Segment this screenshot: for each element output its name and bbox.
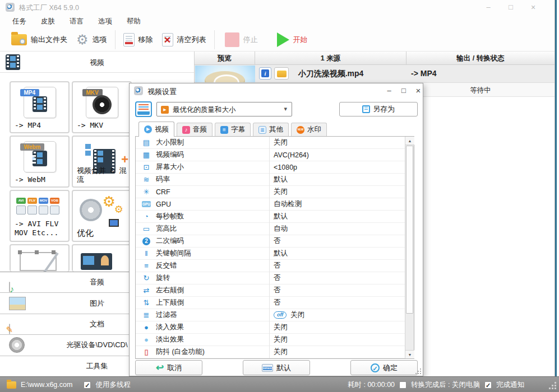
notify-checkbox[interactable]: ✓ bbox=[484, 381, 492, 389]
stop-button[interactable]: 停止 bbox=[220, 30, 262, 49]
header-preview[interactable]: 预览 bbox=[195, 52, 255, 65]
tab-label: 视频 bbox=[155, 125, 169, 134]
setting-row-stabilize[interactable]: ▯ 防抖 (白金功能) 关闭 bbox=[136, 346, 414, 358]
tile-tools-partial[interactable] bbox=[72, 244, 132, 272]
film-play-icon bbox=[33, 151, 47, 166]
setting-row-crf[interactable]: ✳ CRF 关闭 bbox=[136, 186, 414, 198]
task-list-header: 预览 1 来源 输出 / 转换状态 bbox=[195, 52, 555, 65]
header-source[interactable]: 1 来源 bbox=[255, 52, 406, 65]
maximize-button[interactable]: □ bbox=[503, 2, 518, 13]
minimize-button[interactable]: – bbox=[481, 2, 496, 13]
task-row[interactable]: i 小刀洗澡视频.mp4 -> MP4 bbox=[195, 65, 555, 83]
close-button[interactable]: × bbox=[526, 2, 540, 13]
output-folder-label: 输出文件夹 bbox=[31, 35, 67, 45]
dialog-minimize-button[interactable]: – bbox=[383, 86, 395, 96]
rotate-icon: ↻ bbox=[140, 274, 153, 282]
scroll-down-button[interactable]: ▼ bbox=[405, 350, 414, 358]
scrollbar-thumb[interactable] bbox=[406, 146, 413, 314]
scroll-up-button[interactable]: ▲ bbox=[405, 137, 414, 145]
setting-row-fps[interactable]: ◔ 每秒帧数 默认 bbox=[136, 211, 414, 223]
subtitle-tab-icon: ≡ bbox=[220, 126, 228, 134]
ok-button[interactable]: ✓ 确定 bbox=[350, 360, 418, 375]
optimize-icon: ⚙ ⚙ bbox=[78, 195, 123, 225]
tile-avi-flv-mov[interactable]: AVIFLVMOVVOB -> AVI FLV MOV Etc... bbox=[10, 190, 70, 242]
setting-row-bitrate[interactable]: ≋ 码率 默认 bbox=[136, 174, 414, 186]
notify-label: 完成通知 bbox=[496, 380, 524, 390]
settings-scrollbar[interactable]: ▲ ▼ bbox=[405, 137, 414, 358]
check-circle-icon: ✓ bbox=[371, 363, 380, 372]
window-title: 格式工厂 X64 5.9.0 bbox=[19, 3, 79, 13]
deinterlace-icon: ≡ bbox=[140, 262, 153, 270]
setting-row-two-pass[interactable]: 2 二次编码 否 bbox=[136, 235, 414, 248]
setting-row-flip-vertical[interactable]: ⇅ 上下颠倒 否 bbox=[136, 297, 414, 309]
output-path[interactable]: E:\www.x6g.com bbox=[21, 381, 72, 389]
output-folder-button[interactable]: 输出文件夹 bbox=[7, 32, 72, 48]
save-as-button[interactable]: 另存为 bbox=[339, 102, 418, 116]
setting-row-rotate[interactable]: ↻ 旋转 否 bbox=[136, 272, 414, 284]
remove-label: 移除 bbox=[138, 35, 153, 45]
clear-list-button[interactable]: 清空列表 bbox=[158, 31, 211, 49]
options-button[interactable]: ⚙ 选项 bbox=[72, 31, 112, 49]
setting-row-size-limit[interactable]: ▤ 大小限制 关闭 bbox=[136, 137, 414, 149]
flip-vertical-icon: ⇅ bbox=[140, 298, 153, 307]
task-status: 等待中 bbox=[406, 86, 555, 95]
bitrate-waves-icon: ≋ bbox=[140, 175, 153, 184]
tile-mp4[interactable]: MP4 -> MP4 bbox=[10, 81, 70, 133]
task-target-format: -> MP4 bbox=[411, 69, 437, 78]
setting-row-fade-in[interactable]: ● 淡入效果 关闭 bbox=[136, 321, 414, 334]
toolbar-separator bbox=[214, 30, 215, 49]
header-output-status[interactable]: 输出 / 转换状态 bbox=[406, 52, 555, 65]
tile-label: -> MKV bbox=[77, 121, 130, 130]
dialog-maximize-button[interactable]: □ bbox=[398, 86, 410, 96]
sidebar-header-video[interactable]: 视频 bbox=[0, 52, 194, 73]
video-settings-dialog: 视频设置 – □ × ▶ 最优化的质量和大小 ▾ 另存为 ▶ 视频 ♪ 音频 ≡… bbox=[129, 83, 423, 376]
webm-file-icon: Webm bbox=[24, 141, 56, 172]
setting-row-deinterlace[interactable]: ≡ 反交错 否 bbox=[136, 260, 414, 272]
gpu-icon: GPU bbox=[142, 201, 151, 207]
screen-size-icon: ⊡ bbox=[140, 163, 153, 171]
multithread-label: 使用多线程 bbox=[95, 380, 131, 390]
setting-row-flip-horizontal[interactable]: ⇄ 左右颠倒 否 bbox=[136, 284, 414, 297]
tile-webm[interactable]: Webm -> WebM bbox=[10, 136, 70, 188]
tab-watermark[interactable]: NEW 水印 bbox=[291, 123, 327, 136]
other-tab-icon: ≣ bbox=[258, 126, 266, 134]
setting-row-gpu[interactable]: GPU GPU 自动检测 bbox=[136, 198, 414, 211]
menu-options[interactable]: 选项 bbox=[95, 16, 116, 27]
tab-video[interactable]: ▶ 视频 bbox=[138, 122, 174, 137]
plus-icon: + bbox=[121, 152, 128, 167]
multithread-checkbox[interactable]: ✓ bbox=[84, 381, 91, 389]
shutdown-checkbox[interactable] bbox=[399, 381, 406, 389]
preset-selected-value: 最优化的质量和大小 bbox=[173, 105, 236, 115]
dialog-resize-grip[interactable] bbox=[415, 368, 421, 374]
tile-video-merge[interactable]: + 视频合并 & 混流 bbox=[72, 136, 132, 188]
tab-subtitle[interactable]: ≡ 字幕 bbox=[215, 123, 251, 136]
tab-label: 其他 bbox=[269, 125, 283, 134]
window-resize-grip[interactable] bbox=[548, 381, 556, 389]
setting-row-video-encoder[interactable]: ▦ 视频编码 AVC(H264) bbox=[136, 149, 414, 161]
setting-row-keyframe-interval[interactable]: ‖ 关键帧间隔 默认 bbox=[136, 248, 414, 260]
setting-row-filter[interactable]: ≣ 过滤器 off 关闭 bbox=[136, 309, 414, 321]
tab-other[interactable]: ≣ 其他 bbox=[253, 123, 289, 136]
setting-row-aspect-ratio[interactable]: ▭ 宽高比 自动 bbox=[136, 223, 414, 235]
cancel-button[interactable]: ↩ 取消 bbox=[135, 360, 202, 375]
start-button[interactable]: 开始 bbox=[272, 30, 312, 49]
tab-audio[interactable]: ♪ 音频 bbox=[177, 123, 212, 136]
tile-optimize[interactable]: ⚙ ⚙ 优化 bbox=[72, 190, 132, 242]
tile-crop-partial[interactable] bbox=[10, 244, 70, 272]
menu-help[interactable]: 帮助 bbox=[123, 16, 144, 27]
save-as-label: 另存为 bbox=[373, 105, 395, 113]
menu-language[interactable]: 语言 bbox=[66, 16, 87, 27]
tile-label: -> WebM bbox=[15, 175, 67, 184]
setting-row-screen-size[interactable]: ⊡ 屏幕大小 <1080p bbox=[136, 161, 414, 174]
remove-button[interactable]: 移除 bbox=[119, 31, 158, 49]
settings-table: ▤ 大小限制 关闭 ▦ 视频编码 AVC(H264) ⊡ 屏幕大小 <1080p… bbox=[135, 136, 414, 359]
dialog-title-bar[interactable]: 视频设置 – □ × bbox=[130, 83, 423, 98]
preset-dropdown[interactable]: ▶ 最优化的质量和大小 ▾ bbox=[156, 102, 292, 116]
menu-skin[interactable]: 皮肤 bbox=[38, 16, 58, 27]
tab-label: 音频 bbox=[193, 125, 207, 134]
dialog-close-button[interactable]: × bbox=[412, 86, 424, 96]
default-button[interactable]: 默认 bbox=[243, 360, 310, 375]
setting-row-fade-out[interactable]: ● 淡出效果 关闭 bbox=[136, 334, 414, 346]
tile-mkv[interactable]: MKV -> MKV bbox=[72, 81, 132, 133]
menu-task[interactable]: 任务 bbox=[9, 16, 30, 27]
